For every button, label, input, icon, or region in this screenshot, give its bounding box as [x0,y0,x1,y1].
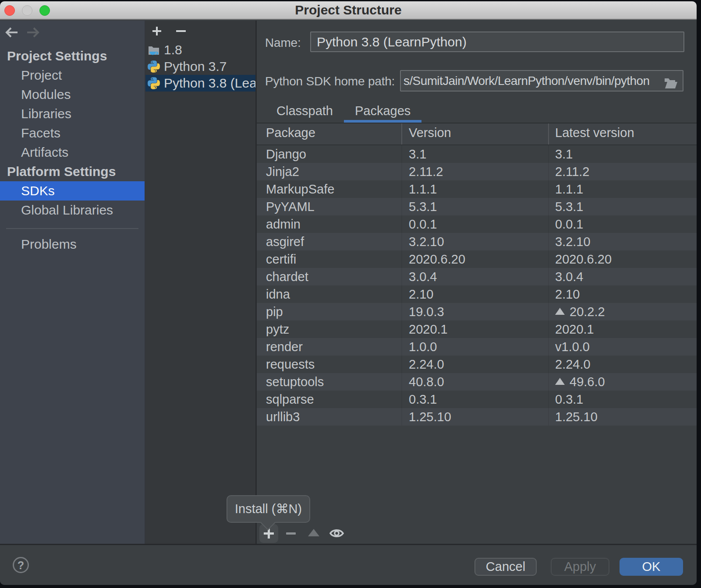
latest-version-cell: 5.3.1 [549,198,697,215]
traffic-lights [4,5,50,16]
package-row-pip[interactable]: pip19.0.320.2.2 [257,303,697,320]
version-cell: 0.0.1 [402,215,549,233]
package-row-asgiref[interactable]: asgiref3.2.103.2.10 [257,233,697,250]
help-button[interactable]: ? [13,557,29,573]
package-name-cell: MarkupSafe [257,180,402,198]
sdk-list-item-python-3-8-learn[interactable]: Python 3.8 (Learn [145,75,255,92]
package-row-jinja2[interactable]: Jinja22.11.22.11.2 [257,163,697,180]
version-cell: 3.1 [402,145,549,163]
sidebar-item-modules[interactable]: Modules [0,85,145,104]
cancel-button[interactable]: Cancel [474,558,537,576]
tab-classpath[interactable]: Classpath [266,102,344,121]
package-name-cell: certifi [257,250,402,268]
version-cell: 2020.6.20 [402,250,549,268]
package-name-cell: urllib3 [257,408,402,426]
browse-folder-icon[interactable] [664,75,678,92]
package-name-cell: requests [257,356,402,373]
sidebar-item-global-libraries[interactable]: Global Libraries [0,201,145,220]
version-cell: 3.2.10 [402,233,549,250]
sidebar-item-libraries[interactable]: Libraries [0,104,145,123]
package-row-render[interactable]: render1.0.0v1.0.0 [257,338,697,356]
package-row-admin[interactable]: admin0.0.10.0.1 [257,215,697,233]
latest-version-cell: 2.24.0 [549,356,697,373]
close-window-button[interactable] [4,5,15,16]
package-name-cell: chardet [257,268,402,285]
package-row-pytz[interactable]: pytz2020.12020.1 [257,320,697,338]
sidebar-item-project[interactable]: Project [0,66,145,85]
sdk-list: 1.8Python 3.7Python 3.8 (Learn [145,42,255,92]
version-cell: 5.3.1 [402,198,549,215]
package-name-cell: Django [257,145,402,163]
version-cell: 2.11.2 [402,163,549,180]
screenshot-stage: Project Structure [0,0,701,588]
upgrade-package-icon[interactable] [308,529,319,536]
column-header-latest-version[interactable]: Latest version [549,123,697,144]
python-icon [148,77,160,89]
zoom-window-button[interactable] [39,5,50,16]
package-row-certifi[interactable]: certifi2020.6.202020.6.20 [257,250,697,268]
sidebar-group-project-settings: Project Settings [0,46,145,66]
sidebar-item-sdks[interactable]: SDKs [0,181,145,201]
forward-arrow-icon[interactable] [26,27,39,38]
package-row-requests[interactable]: requests2.24.02.24.0 [257,356,697,373]
version-cell: 2.10 [402,285,549,303]
project-structure-dialog: Project Structure [0,1,697,585]
package-row-sqlparse[interactable]: sqlparse0.3.10.3.1 [257,391,697,408]
version-cell: 19.0.3 [402,303,549,320]
package-name-cell: render [257,338,402,356]
packages-table: Package Version Latest version Django3.1… [257,123,697,426]
version-cell: 1.25.10 [402,408,549,426]
version-cell: 0.3.1 [402,391,549,408]
column-header-version[interactable]: Version [402,123,549,144]
uninstall-package-icon[interactable] [286,532,296,535]
back-arrow-icon[interactable] [5,27,18,38]
ok-button[interactable]: OK [620,558,683,576]
package-row-markupsafe[interactable]: MarkupSafe1.1.11.1.1 [257,180,697,198]
latest-version-cell: 3.2.10 [549,233,697,250]
python-icon [148,60,160,73]
packages-table-body: Django3.13.1Jinja22.11.22.11.2MarkupSafe… [257,145,697,426]
sidebar-footer: Problems [0,235,145,254]
package-row-urllib3[interactable]: urllib31.25.101.25.10 [257,408,697,426]
package-row-setuptools[interactable]: setuptools40.8.049.6.0 [257,373,697,391]
latest-version-cell: 49.6.0 [549,373,697,391]
sdk-home-path-input[interactable]: s/SumitJain/Work/LearnPython/venv/bin/py… [400,70,683,92]
latest-version-cell: 2020.1 [549,320,697,338]
jdk-icon [148,44,160,56]
package-name-cell: setuptools [257,373,402,391]
window-title: Project Structure [0,1,697,19]
latest-version-cell: 3.1 [549,145,697,163]
sidebar-item-problems[interactable]: Problems [0,235,145,254]
package-row-django[interactable]: Django3.13.1 [257,145,697,163]
package-row-idna[interactable]: idna2.102.10 [257,285,697,303]
latest-version-cell: 2.10 [549,285,697,303]
package-name-cell: asgiref [257,233,402,250]
latest-version-cell: 0.0.1 [549,215,697,233]
package-row-chardet[interactable]: chardet3.0.43.0.4 [257,268,697,285]
column-header-package[interactable]: Package [257,123,402,144]
name-label: Name: [265,36,301,50]
latest-version-cell: v1.0.0 [549,338,697,356]
titlebar[interactable]: Project Structure [0,1,697,20]
tab-packages[interactable]: Packages [344,102,421,121]
apply-button: Apply [551,558,609,576]
install-tooltip-label: Install (⌘N) [235,502,302,516]
package-row-pyyaml[interactable]: PyYAML5.3.15.3.1 [257,198,697,215]
sidebar-item-facets[interactable]: Facets [0,123,145,143]
sdk-item-label: Python 3.7 [164,59,227,74]
latest-version-cell: 2020.6.20 [549,250,697,268]
name-input[interactable]: Python 3.8 (LearnPython) [310,32,684,52]
add-sdk-icon[interactable] [152,26,162,38]
sidebar-item-artifacts[interactable]: Artifacts [0,143,145,162]
install-tooltip: Install (⌘N) [227,495,310,523]
packages-table-header: Package Version Latest version [257,123,697,145]
version-cell: 2.24.0 [402,356,549,373]
package-name-cell: PyYAML [257,198,402,215]
sidebar-sections: Project SettingsProjectModulesLibrariesF… [0,46,145,254]
show-early-releases-icon[interactable] [329,527,344,541]
remove-sdk-icon[interactable] [176,26,186,38]
upgrade-available-icon [555,378,565,385]
sdk-item-label: 1.8 [164,42,182,57]
sdk-list-item-1-8[interactable]: 1.8 [145,42,255,58]
sdk-list-item-python-3-7[interactable]: Python 3.7 [145,58,255,75]
